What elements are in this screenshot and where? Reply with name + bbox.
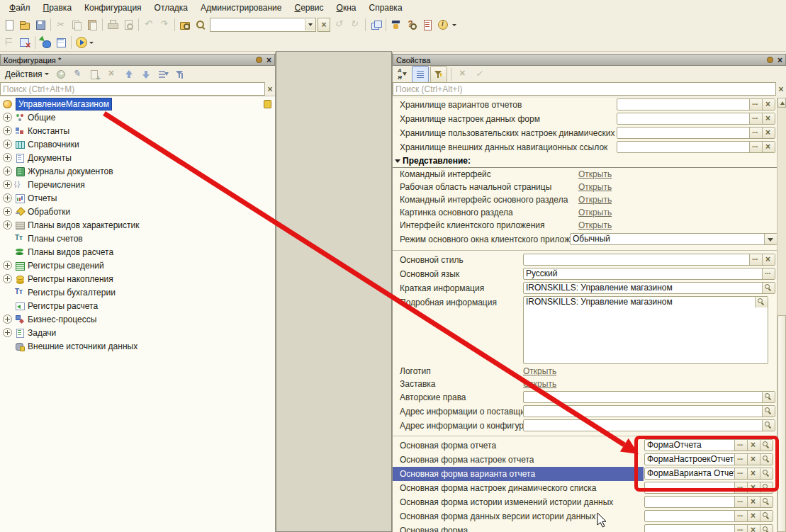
open-link[interactable]: Открыть <box>578 195 612 205</box>
tree-item[interactable]: Регистры сведений <box>0 259 275 272</box>
save-button[interactable] <box>33 17 48 33</box>
print-button[interactable] <box>105 17 120 33</box>
clear-button[interactable] <box>747 468 760 479</box>
property-value-field[interactable] <box>617 141 775 153</box>
ellipsis-button[interactable] <box>734 511 747 521</box>
windows-button[interactable] <box>368 17 383 33</box>
magnifier-button[interactable] <box>760 482 773 493</box>
paste-button[interactable] <box>84 17 100 33</box>
tree-item[interactable]: Планы счетов <box>0 232 275 245</box>
print-preview-button[interactable] <box>120 17 136 33</box>
open-link[interactable]: Открыть <box>523 379 556 389</box>
ellipsis-button[interactable] <box>749 113 762 124</box>
ellipsis-button[interactable] <box>734 482 747 493</box>
update-database-config-button[interactable] <box>38 35 53 50</box>
open-button[interactable] <box>17 17 33 33</box>
expand-icon[interactable] <box>3 180 12 189</box>
chevron-down-icon[interactable] <box>764 234 777 244</box>
magnifier-button[interactable] <box>760 511 773 521</box>
property-value-field[interactable] <box>523 254 775 266</box>
edit-button[interactable] <box>70 67 86 82</box>
magnifier-button[interactable] <box>762 392 775 402</box>
property-value-field[interactable] <box>644 510 773 522</box>
go-back-button[interactable] <box>332 17 347 33</box>
open-link[interactable]: Открыть <box>578 169 612 179</box>
clear-button[interactable] <box>747 454 760 465</box>
copy-button[interactable] <box>69 17 84 33</box>
property-value-field[interactable] <box>644 496 773 508</box>
tree-item[interactable]: Отчеты <box>0 191 275 205</box>
clear-button[interactable] <box>747 525 760 532</box>
property-value-field[interactable] <box>523 405 775 417</box>
find-in-files-button[interactable] <box>177 17 193 33</box>
tree-item[interactable]: Константы <box>0 124 275 137</box>
clone-button[interactable] <box>87 67 103 82</box>
pin-icon[interactable] <box>767 57 773 63</box>
magnifier-button[interactable] <box>760 440 773 451</box>
tree-item[interactable]: Регистры накопления <box>0 272 275 285</box>
ellipsis-button[interactable] <box>749 254 762 265</box>
property-multiline-field[interactable]: IRONSKILLS: Управление магазином <box>523 296 768 364</box>
magnifier-button[interactable] <box>760 454 773 465</box>
ellipsis-button[interactable] <box>749 142 762 152</box>
property-value-field[interactable] <box>523 419 775 431</box>
clear-button[interactable] <box>747 497 760 507</box>
expand-icon[interactable] <box>3 328 12 337</box>
undo-button[interactable] <box>141 17 157 33</box>
scrollbar-thumb[interactable] <box>777 315 786 532</box>
properties-scrollbar[interactable] <box>777 98 786 532</box>
run-options-icon[interactable] <box>89 42 94 44</box>
tree-item[interactable]: Обработки <box>0 205 275 218</box>
ellipsis-button[interactable] <box>734 454 747 465</box>
tree-item[interactable]: Журналы документов <box>0 164 275 178</box>
property-value-field[interactable]: ФормаНастроекОтчета <box>644 453 773 465</box>
actions-menu-button[interactable]: Действия <box>2 68 52 81</box>
search-combobox[interactable] <box>210 18 316 32</box>
scroll-up-button[interactable] <box>777 98 786 108</box>
expand-icon[interactable] <box>3 193 12 203</box>
clear-button[interactable] <box>747 511 760 521</box>
syntax-check-button[interactable] <box>388 17 404 33</box>
ellipsis-button[interactable] <box>762 268 775 279</box>
ellipsis-button[interactable] <box>749 128 762 138</box>
magnifier-button[interactable] <box>760 497 773 507</box>
start-debugging-button[interactable] <box>74 35 89 50</box>
syntax-help-button[interactable] <box>420 17 435 33</box>
open-link[interactable]: Открыть <box>578 208 612 217</box>
tree-item[interactable]: Бизнес-процессы <box>0 312 275 326</box>
properties-filter-button[interactable] <box>430 66 447 83</box>
properties-search-input[interactable] <box>393 82 776 96</box>
open-form-button[interactable] <box>53 35 69 50</box>
expand-icon[interactable] <box>3 261 12 270</box>
sort-alphabetical-button[interactable] <box>395 67 410 82</box>
menu-file[interactable]: Файл <box>3 1 37 14</box>
ellipsis-button[interactable] <box>749 99 762 110</box>
filter-button[interactable] <box>172 67 188 82</box>
move-up-button[interactable] <box>121 67 137 82</box>
property-value-field[interactable] <box>617 98 775 111</box>
delete-button[interactable] <box>104 67 120 82</box>
expand-icon[interactable] <box>3 274 12 283</box>
clear-button[interactable] <box>762 254 775 265</box>
expand-icon[interactable] <box>3 315 12 324</box>
expand-icon[interactable] <box>3 126 12 135</box>
magnifier-button[interactable] <box>762 420 775 431</box>
ellipsis-button[interactable] <box>734 440 747 451</box>
ellipsis-button[interactable] <box>734 468 747 479</box>
menu-configuration[interactable]: Конфигурация <box>78 1 148 14</box>
property-value-field[interactable]: ФормаОтчета <box>644 439 773 451</box>
tree-item-root[interactable]: УправлениеМагазином <box>0 97 275 111</box>
close-icon[interactable]: × <box>777 57 782 64</box>
expand-icon[interactable] <box>3 166 12 176</box>
search-combobox-input[interactable] <box>210 20 305 30</box>
menu-windows[interactable]: Окна <box>330 1 363 14</box>
tree-item[interactable]: Перечисления <box>0 178 275 191</box>
expand-icon[interactable] <box>3 140 12 149</box>
pin-icon[interactable] <box>256 57 262 63</box>
about-button[interactable] <box>435 17 451 33</box>
property-value-field[interactable]: Русский <box>523 268 775 280</box>
clear-button[interactable] <box>762 99 775 110</box>
cancel-edit-button[interactable] <box>455 67 471 82</box>
tree-item[interactable]: Регистры бухгалтерии <box>0 285 275 299</box>
cut-button[interactable] <box>53 17 69 33</box>
